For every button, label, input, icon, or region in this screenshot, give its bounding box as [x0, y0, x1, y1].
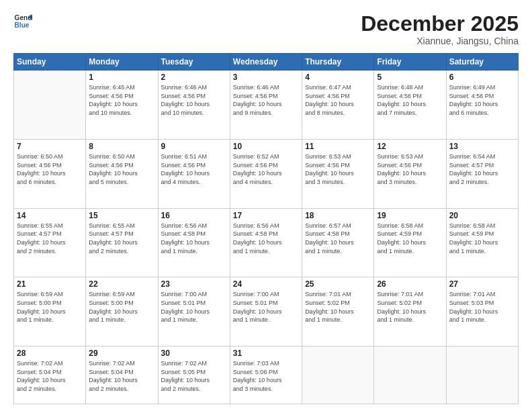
day-info: Sunrise: 7:01 AM Sunset: 5:02 PM Dayligh… — [305, 290, 371, 324]
weekday-header: Friday — [374, 54, 446, 71]
day-info: Sunrise: 6:57 AM Sunset: 4:58 PM Dayligh… — [305, 222, 371, 255]
day-info: Sunrise: 6:58 AM Sunset: 4:59 PM Dayligh… — [377, 222, 443, 255]
day-info: Sunrise: 6:48 AM Sunset: 4:56 PM Dayligh… — [377, 83, 443, 117]
day-number: 21 — [17, 279, 83, 289]
calendar-cell: 22Sunrise: 6:59 AM Sunset: 5:00 PM Dayli… — [86, 277, 158, 347]
day-info: Sunrise: 6:55 AM Sunset: 4:57 PM Dayligh… — [17, 222, 83, 255]
day-number: 15 — [89, 211, 154, 220]
calendar-cell: 27Sunrise: 7:01 AM Sunset: 5:03 PM Dayli… — [446, 277, 518, 347]
day-number: 27 — [449, 279, 515, 289]
weekday-header: Tuesday — [158, 54, 230, 71]
calendar-cell — [446, 347, 518, 404]
calendar-cell: 30Sunrise: 7:02 AM Sunset: 5:05 PM Dayli… — [158, 347, 230, 404]
calendar-header-row: SundayMondayTuesdayWednesdayThursdayFrid… — [14, 54, 519, 71]
day-number: 31 — [233, 349, 299, 358]
day-number: 18 — [305, 211, 371, 220]
day-number: 5 — [377, 73, 443, 82]
day-info: Sunrise: 7:03 AM Sunset: 5:06 PM Dayligh… — [233, 359, 299, 393]
calendar-cell — [302, 347, 374, 404]
day-info: Sunrise: 6:59 AM Sunset: 5:00 PM Dayligh… — [89, 290, 154, 324]
day-number: 14 — [17, 211, 83, 220]
calendar-cell: 5Sunrise: 6:48 AM Sunset: 4:56 PM Daylig… — [374, 71, 446, 140]
calendar-cell: 21Sunrise: 6:59 AM Sunset: 5:00 PM Dayli… — [14, 277, 86, 347]
day-number: 20 — [449, 211, 515, 220]
day-info: Sunrise: 6:50 AM Sunset: 4:56 PM Dayligh… — [17, 152, 83, 186]
day-number: 26 — [377, 279, 443, 289]
calendar-cell: 12Sunrise: 6:53 AM Sunset: 4:56 PM Dayli… — [374, 139, 446, 208]
day-info: Sunrise: 7:01 AM Sunset: 5:02 PM Dayligh… — [377, 290, 443, 324]
calendar-cell: 13Sunrise: 6:54 AM Sunset: 4:57 PM Dayli… — [446, 139, 518, 208]
day-info: Sunrise: 6:49 AM Sunset: 4:56 PM Dayligh… — [449, 83, 515, 117]
page: General Blue December 2025 Xiannue, Jian… — [0, 0, 532, 411]
calendar-cell: 18Sunrise: 6:57 AM Sunset: 4:58 PM Dayli… — [302, 208, 374, 277]
day-info: Sunrise: 6:54 AM Sunset: 4:57 PM Dayligh… — [449, 152, 515, 186]
day-number: 16 — [161, 211, 227, 220]
logo-icon: General Blue — [13, 12, 32, 31]
calendar-cell: 23Sunrise: 7:00 AM Sunset: 5:01 PM Dayli… — [158, 277, 230, 347]
day-number: 8 — [89, 142, 154, 151]
month-title: December 2025 — [361, 12, 519, 36]
calendar-week-row: 14Sunrise: 6:55 AM Sunset: 4:57 PM Dayli… — [14, 208, 519, 277]
day-info: Sunrise: 6:50 AM Sunset: 4:56 PM Dayligh… — [89, 152, 154, 186]
day-number: 9 — [161, 142, 227, 151]
calendar-cell: 8Sunrise: 6:50 AM Sunset: 4:56 PM Daylig… — [86, 139, 158, 208]
calendar-cell: 9Sunrise: 6:51 AM Sunset: 4:56 PM Daylig… — [158, 139, 230, 208]
weekday-header: Thursday — [302, 54, 374, 71]
day-info: Sunrise: 6:45 AM Sunset: 4:56 PM Dayligh… — [89, 83, 154, 117]
svg-text:General: General — [15, 14, 32, 21]
day-info: Sunrise: 6:55 AM Sunset: 4:57 PM Dayligh… — [89, 222, 154, 255]
day-number: 6 — [449, 73, 515, 82]
day-number: 17 — [233, 211, 299, 220]
weekday-header: Monday — [86, 54, 158, 71]
day-number: 3 — [233, 73, 299, 82]
location-subtitle: Xiannue, Jiangsu, China — [361, 36, 519, 46]
day-info: Sunrise: 7:02 AM Sunset: 5:04 PM Dayligh… — [17, 359, 83, 393]
day-info: Sunrise: 6:46 AM Sunset: 4:56 PM Dayligh… — [233, 83, 299, 117]
weekday-header: Saturday — [446, 54, 518, 71]
weekday-header: Wednesday — [230, 54, 302, 71]
day-number: 24 — [233, 279, 299, 289]
calendar-week-row: 28Sunrise: 7:02 AM Sunset: 5:04 PM Dayli… — [14, 347, 519, 404]
calendar-cell: 11Sunrise: 6:53 AM Sunset: 4:56 PM Dayli… — [302, 139, 374, 208]
calendar-cell: 19Sunrise: 6:58 AM Sunset: 4:59 PM Dayli… — [374, 208, 446, 277]
calendar-week-row: 7Sunrise: 6:50 AM Sunset: 4:56 PM Daylig… — [14, 139, 519, 208]
logo: General Blue — [13, 12, 32, 31]
calendar-cell: 16Sunrise: 6:56 AM Sunset: 4:58 PM Dayli… — [158, 208, 230, 277]
day-info: Sunrise: 7:00 AM Sunset: 5:01 PM Dayligh… — [233, 290, 299, 324]
day-number: 7 — [17, 142, 83, 151]
calendar-cell — [14, 71, 86, 140]
day-number: 4 — [305, 73, 371, 82]
day-info: Sunrise: 6:53 AM Sunset: 4:56 PM Dayligh… — [377, 152, 443, 186]
day-info: Sunrise: 7:00 AM Sunset: 5:01 PM Dayligh… — [161, 290, 227, 324]
day-info: Sunrise: 6:59 AM Sunset: 5:00 PM Dayligh… — [17, 290, 83, 324]
calendar-week-row: 21Sunrise: 6:59 AM Sunset: 5:00 PM Dayli… — [14, 277, 519, 347]
day-info: Sunrise: 6:56 AM Sunset: 4:58 PM Dayligh… — [233, 222, 299, 255]
day-number: 28 — [17, 349, 83, 358]
day-number: 13 — [449, 142, 515, 151]
day-info: Sunrise: 6:52 AM Sunset: 4:56 PM Dayligh… — [233, 152, 299, 186]
weekday-header: Sunday — [14, 54, 86, 71]
calendar-cell: 24Sunrise: 7:00 AM Sunset: 5:01 PM Dayli… — [230, 277, 302, 347]
day-number: 25 — [305, 279, 371, 289]
day-number: 11 — [305, 142, 371, 151]
calendar-cell: 25Sunrise: 7:01 AM Sunset: 5:02 PM Dayli… — [302, 277, 374, 347]
day-info: Sunrise: 6:51 AM Sunset: 4:56 PM Dayligh… — [161, 152, 227, 186]
title-block: December 2025 Xiannue, Jiangsu, China — [361, 12, 519, 46]
calendar-cell: 6Sunrise: 6:49 AM Sunset: 4:56 PM Daylig… — [446, 71, 518, 140]
calendar-cell: 29Sunrise: 7:02 AM Sunset: 5:04 PM Dayli… — [86, 347, 158, 404]
calendar-table: SundayMondayTuesdayWednesdayThursdayFrid… — [13, 53, 519, 404]
day-number: 23 — [161, 279, 227, 289]
day-info: Sunrise: 6:53 AM Sunset: 4:56 PM Dayligh… — [305, 152, 371, 186]
calendar-cell: 28Sunrise: 7:02 AM Sunset: 5:04 PM Dayli… — [14, 347, 86, 404]
calendar-cell: 3Sunrise: 6:46 AM Sunset: 4:56 PM Daylig… — [230, 71, 302, 140]
calendar-cell: 4Sunrise: 6:47 AM Sunset: 4:56 PM Daylig… — [302, 71, 374, 140]
calendar-cell — [374, 347, 446, 404]
calendar-cell: 2Sunrise: 6:46 AM Sunset: 4:56 PM Daylig… — [158, 71, 230, 140]
day-number: 22 — [89, 279, 154, 289]
calendar-cell: 7Sunrise: 6:50 AM Sunset: 4:56 PM Daylig… — [14, 139, 86, 208]
day-number: 2 — [161, 73, 227, 82]
day-info: Sunrise: 6:58 AM Sunset: 4:59 PM Dayligh… — [449, 222, 515, 255]
day-info: Sunrise: 6:56 AM Sunset: 4:58 PM Dayligh… — [161, 222, 227, 255]
calendar-cell: 17Sunrise: 6:56 AM Sunset: 4:58 PM Dayli… — [230, 208, 302, 277]
calendar-cell: 10Sunrise: 6:52 AM Sunset: 4:56 PM Dayli… — [230, 139, 302, 208]
